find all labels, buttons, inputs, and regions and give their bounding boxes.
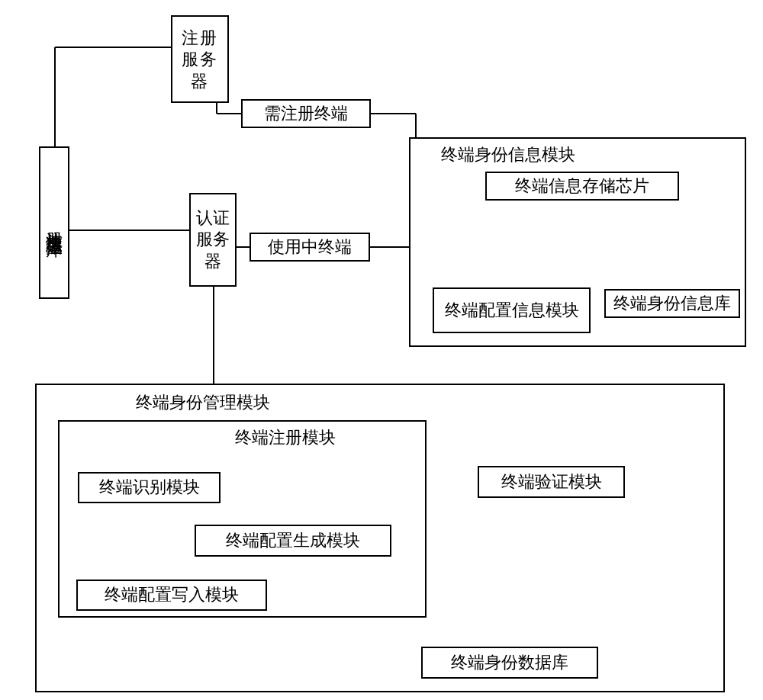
diagram-stage: 注册信息数据库 注册服务器 需注册终端 认证服务器 使用中终端 终端身份信息模块…: [0, 0, 763, 700]
node-need-reg-terminal: 需注册终端: [241, 99, 371, 128]
label-id-mgmt-module: 终端身份管理模块: [136, 391, 270, 414]
node-info-chip: 终端信息存储芯片: [485, 172, 679, 201]
node-id-info-db: 终端身份信息库: [604, 289, 740, 318]
label-reg-module: 终端注册模块: [235, 426, 336, 449]
node-id-db: 终端身份数据库: [421, 647, 598, 679]
node-cfg-gen-module: 终端配置生成模块: [195, 525, 391, 557]
node-recog-module: 终端识别模块: [78, 472, 221, 503]
node-auth-server: 认证服务器: [189, 193, 237, 287]
node-verify-module: 终端验证模块: [478, 466, 625, 498]
node-in-use-terminal: 使用中终端: [250, 233, 370, 262]
label-id-info-module: 终端身份信息模块: [441, 143, 575, 166]
node-cfg-info-module: 终端配置信息模块: [433, 287, 591, 333]
node-reg-db: 注册信息数据库: [39, 146, 69, 299]
node-cfg-write-module: 终端配置写入模块: [76, 580, 267, 611]
node-reg-server: 注册服务器: [171, 15, 229, 103]
